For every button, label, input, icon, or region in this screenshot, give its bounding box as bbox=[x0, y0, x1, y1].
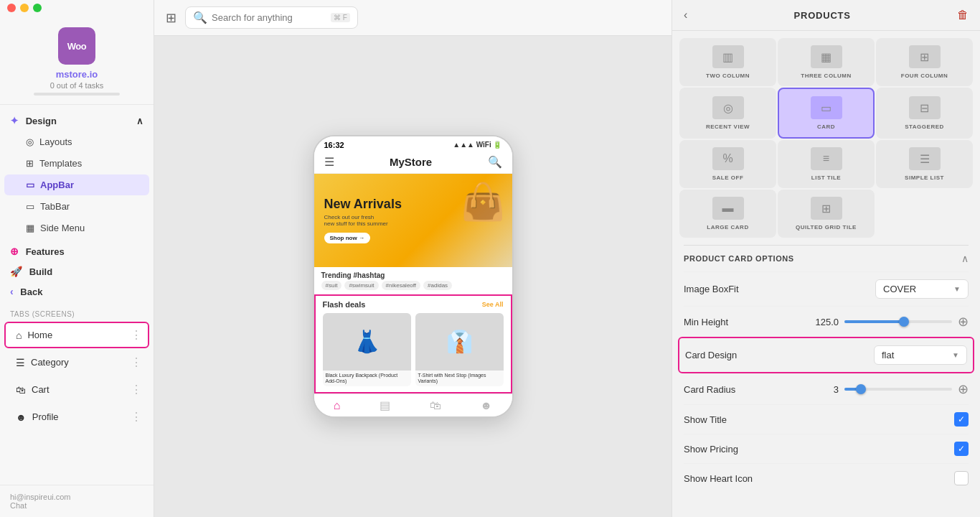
chat-label[interactable]: Chat bbox=[10, 501, 27, 510]
sidebar-footer: hi@inspireui.com Chat bbox=[0, 485, 154, 517]
back-header[interactable]: ‹ Back bbox=[0, 281, 154, 302]
type-card[interactable]: ▭ CARD bbox=[778, 88, 875, 139]
card-design-select[interactable]: flat ▼ bbox=[874, 345, 967, 365]
sidebar-item-tabbar[interactable]: ▭ TabBar bbox=[4, 196, 149, 217]
large-card-label: LARGE CARD bbox=[707, 224, 748, 230]
tabbar-icon: ▭ bbox=[26, 201, 34, 212]
phone-menu-icon[interactable]: ☰ bbox=[324, 155, 334, 169]
see-all-link[interactable]: See All bbox=[482, 301, 504, 308]
build-header[interactable]: 🚀 Build bbox=[0, 261, 154, 281]
type-simple-list[interactable]: ☰ SIMPLE LIST bbox=[876, 140, 973, 188]
three-column-icon: ▦ bbox=[811, 45, 842, 68]
category-tab-dots[interactable]: ⋮ bbox=[131, 355, 141, 369]
flash-deals-header: Flash deals See All bbox=[316, 296, 511, 313]
phone-nav-cart[interactable]: 🛍 bbox=[430, 399, 441, 412]
hashtag-3[interactable]: #adidas bbox=[423, 281, 452, 290]
type-two-column[interactable]: ▥ TWO COLUMN bbox=[679, 38, 776, 86]
features-header[interactable]: ⊕ Features bbox=[0, 241, 154, 261]
minimize-button[interactable] bbox=[20, 4, 29, 12]
tabs-section-label: Tabs (screens) bbox=[0, 307, 154, 321]
options-collapse-btn[interactable]: ∧ bbox=[961, 253, 969, 264]
card-radius-slider[interactable] bbox=[844, 388, 952, 391]
home-tab-icon: ⌂ bbox=[16, 330, 22, 341]
category-tab-label: Category bbox=[31, 357, 69, 368]
show-pricing-checkbox[interactable]: ✓ bbox=[954, 442, 969, 456]
phone-banner-btn[interactable]: Shop now → bbox=[324, 233, 370, 243]
product-grid: 👗 Black Luxury Backpack (Product Add-Ons… bbox=[316, 313, 511, 393]
search-input[interactable] bbox=[212, 12, 326, 23]
sidebar-item-sidemenu[interactable]: ▦ Side Menu bbox=[4, 218, 149, 238]
product-card-1[interactable]: 👔 T-Shirt with Next Stop (Images Variant… bbox=[415, 313, 504, 387]
type-staggered[interactable]: ⊟ STAGGERED bbox=[876, 88, 973, 139]
phone-nav-profile[interactable]: ☻ bbox=[480, 399, 492, 412]
logo-area: Woo mstore.io 0 out of 4 tasks bbox=[0, 16, 154, 105]
card-radius-thumb[interactable] bbox=[856, 384, 866, 394]
type-three-column[interactable]: ▦ THREE COLUMN bbox=[778, 38, 875, 86]
show-heart-checkbox[interactable] bbox=[954, 471, 969, 485]
footer-email: hi@inspireui.com bbox=[10, 493, 71, 501]
profile-tab-dots[interactable]: ⋮ bbox=[131, 410, 141, 424]
phone-banner-bag: 👜 bbox=[461, 181, 505, 223]
back-label: Back bbox=[20, 287, 42, 297]
search-bar: 🔍 ⌘ F bbox=[185, 6, 358, 29]
tab-profile[interactable]: ☻ Profile ⋮ bbox=[4, 404, 149, 430]
product-name-1: T-Shirt with Next Stop (Images Variants) bbox=[415, 371, 504, 387]
sale-off-label: SALE OFF bbox=[712, 174, 744, 181]
three-column-label: THREE COLUMN bbox=[801, 73, 851, 79]
grid-icon[interactable]: ⊞ bbox=[166, 10, 176, 26]
tab-category[interactable]: ☰ Category ⋮ bbox=[4, 349, 149, 376]
phone-nav-home[interactable]: ⌂ bbox=[334, 399, 341, 412]
tab-home[interactable]: ⌂ Home ⋮ bbox=[4, 322, 149, 348]
min-height-thumb[interactable] bbox=[899, 317, 909, 327]
design-section-header[interactable]: ✦ Design ∧ bbox=[0, 111, 154, 131]
type-sale-off[interactable]: % SALE OFF bbox=[679, 140, 776, 188]
sidebar-nav: ✦ Design ∧ ◎ Layouts ⊞ Templates ▭ AppBa… bbox=[0, 105, 154, 485]
phone-signal: ▲▲▲ WiFi 🔋 bbox=[453, 141, 501, 149]
layouts-icon: ◎ bbox=[26, 136, 34, 147]
min-height-plus[interactable]: ⊕ bbox=[958, 314, 969, 330]
profile-tab-icon: ☻ bbox=[16, 411, 27, 423]
cart-tab-label: Cart bbox=[32, 384, 50, 395]
show-title-label: Show Title bbox=[684, 414, 727, 425]
sidemenu-icon: ▦ bbox=[26, 223, 34, 233]
option-show-heart: Show Heart Icon bbox=[684, 463, 969, 493]
type-quilted-grid[interactable]: ⊞ QUILTED GRID TILE bbox=[778, 190, 875, 238]
close-button[interactable] bbox=[7, 4, 16, 12]
phone-time: 16:32 bbox=[324, 141, 344, 149]
tab-cart[interactable]: 🛍 Cart ⋮ bbox=[4, 376, 149, 403]
four-column-label: FOUR COLUMN bbox=[901, 73, 948, 79]
phone-hashtags: #suit #swimsuit #nikesaleoff #adidas bbox=[314, 281, 512, 294]
home-tab-dots[interactable]: ⋮ bbox=[131, 328, 141, 342]
product-img-1: 👔 bbox=[415, 313, 504, 371]
product-card-0[interactable]: 👗 Black Luxury Backpack (Product Add-Ons… bbox=[323, 313, 411, 387]
card-radius-plus[interactable]: ⊕ bbox=[958, 381, 969, 397]
sidebar-item-appbar[interactable]: ▭ AppBar bbox=[4, 174, 149, 195]
type-list-tile[interactable]: ≡ LIST TILE bbox=[778, 140, 875, 188]
sidebar-item-templates[interactable]: ⊞ Templates bbox=[4, 153, 149, 174]
maximize-button[interactable] bbox=[33, 4, 42, 12]
hashtag-0[interactable]: #suit bbox=[321, 281, 342, 290]
quilted-label: QUILTED GRID TILE bbox=[796, 224, 857, 230]
features-label: Features bbox=[26, 246, 65, 257]
phone-search-icon[interactable]: 🔍 bbox=[488, 155, 502, 169]
min-height-slider[interactable] bbox=[844, 320, 952, 323]
panel-back-button[interactable]: ‹ bbox=[684, 9, 687, 22]
type-four-column[interactable]: ⊞ FOUR COLUMN bbox=[876, 38, 973, 86]
logo-text: Woo bbox=[67, 41, 86, 52]
image-boxfit-select[interactable]: COVER ▼ bbox=[875, 279, 969, 299]
two-column-icon: ▥ bbox=[712, 45, 744, 68]
type-large-card[interactable]: ▬ LARGE CARD bbox=[679, 190, 776, 238]
features-icon: ⊕ bbox=[10, 246, 19, 257]
cart-tab-dots[interactable]: ⋮ bbox=[131, 383, 141, 396]
type-recent-view[interactable]: ◎ RECENT VIEW bbox=[679, 88, 776, 139]
appbar-label: AppBar bbox=[40, 180, 74, 190]
panel-trash-button[interactable]: 🗑 bbox=[957, 9, 969, 22]
show-title-checkbox[interactable]: ✓ bbox=[954, 412, 969, 427]
sidebar-item-layouts[interactable]: ◎ Layouts bbox=[4, 131, 149, 152]
build-icon: 🚀 bbox=[10, 266, 22, 277]
hashtag-2[interactable]: #nikesaleoff bbox=[382, 281, 421, 290]
main-area: ⊞ 🔍 ⌘ F 16:32 ▲▲▲ WiFi 🔋 ☰ MyStore 🔍 bbox=[154, 0, 672, 517]
hashtag-1[interactable]: #swimsuit bbox=[344, 281, 378, 290]
category-tab-icon: ☰ bbox=[16, 357, 25, 368]
phone-nav-category[interactable]: ▤ bbox=[380, 399, 390, 412]
